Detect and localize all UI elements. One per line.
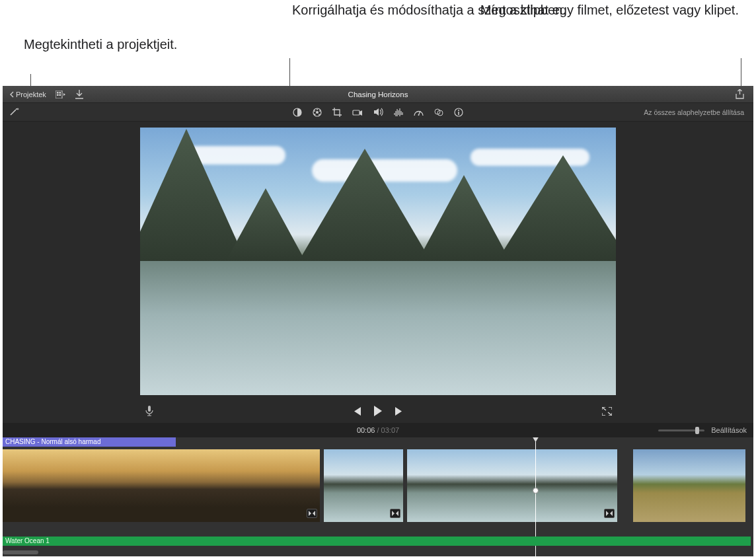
viewer-area [3, 122, 753, 423]
svg-rect-3 [57, 94, 59, 96]
projects-back-button[interactable]: Projektek [9, 91, 46, 98]
top-toolbar: Projektek Chasing Horizons [3, 86, 753, 103]
title-clip[interactable]: CHASING - Normál alsó harmad [3, 437, 176, 447]
svg-point-8 [316, 111, 319, 114]
transition-icon[interactable] [390, 509, 400, 518]
speed-icon[interactable] [414, 108, 424, 116]
video-clip-1[interactable] [3, 449, 320, 522]
svg-rect-0 [56, 91, 62, 98]
transition-icon[interactable] [604, 509, 615, 518]
chevron-left-icon [9, 91, 14, 98]
video-clip-3[interactable] [407, 449, 617, 522]
callout-share: Megoszthat egy filmet, előzetest vagy kl… [480, 1, 739, 19]
callout-projects: Megtekintheti a projektjeit. [24, 36, 177, 53]
transition-icon[interactable] [307, 509, 317, 518]
zoom-knob[interactable] [695, 427, 699, 434]
fullscreen-icon[interactable] [602, 407, 612, 416]
duration: 03:07 [381, 426, 400, 434]
horizontal-scrollbar[interactable] [3, 550, 38, 554]
voiceover-mic-icon[interactable] [145, 406, 153, 416]
volume-icon[interactable] [373, 108, 383, 116]
svg-rect-2 [59, 92, 61, 94]
playhead-handle-icon[interactable] [532, 437, 539, 442]
video-track [3, 449, 751, 522]
settings-button[interactable]: Beállítások [711, 426, 747, 434]
project-title: Chasing Horizons [348, 91, 408, 98]
transport-bar [3, 399, 753, 423]
svg-point-12 [315, 114, 316, 115]
adjust-toolbar: Az összes alaphelyzetbe állítása [3, 103, 753, 122]
svg-point-19 [458, 110, 459, 111]
crop-icon[interactable] [332, 108, 342, 117]
svg-rect-1 [57, 92, 59, 94]
svg-point-13 [314, 110, 315, 112]
svg-rect-20 [458, 112, 459, 115]
video-preview[interactable] [140, 128, 616, 395]
play-icon[interactable] [373, 406, 383, 416]
reset-all-button[interactable]: Az összes alaphelyzetbe állítása [644, 108, 753, 116]
info-icon[interactable] [454, 108, 463, 117]
skip-forward-icon[interactable] [395, 407, 404, 416]
playhead-scrub-knob[interactable] [533, 488, 539, 494]
share-icon[interactable] [736, 89, 744, 99]
svg-point-11 [319, 114, 320, 115]
timeline[interactable]: CHASING - Normál alsó harmad [3, 437, 753, 556]
skip-back-icon[interactable] [352, 407, 361, 416]
svg-point-9 [317, 108, 318, 110]
clip-filter-icon[interactable] [434, 108, 443, 117]
callout-share-text: Megoszthat egy filmet, előzetest vagy kl… [480, 3, 739, 17]
video-clip-2[interactable] [324, 449, 403, 522]
audio-clip[interactable]: Water Ocean 1 [3, 537, 751, 546]
annotation-callouts: Megtekintheti a projektjeit. Korrigálhat… [0, 0, 756, 86]
projects-label: Projektek [16, 91, 46, 98]
import-icon[interactable] [75, 90, 83, 99]
stabilize-icon[interactable] [352, 108, 363, 116]
svg-rect-21 [148, 406, 151, 412]
viewer-frame [3, 122, 753, 399]
svg-point-10 [319, 110, 321, 112]
time-separator: / [375, 426, 381, 434]
enhance-wand-icon[interactable] [9, 107, 20, 116]
zoom-slider[interactable] [658, 429, 704, 431]
time-display: 00:06 / 03:07 [357, 426, 399, 434]
callout-projects-text: Megtekintheti a projektjeit. [24, 37, 177, 52]
current-time: 00:06 [357, 426, 375, 434]
svg-rect-4 [59, 94, 61, 96]
noise-reduction-icon[interactable] [394, 108, 403, 116]
color-balance-icon[interactable] [293, 108, 302, 117]
video-clip-4[interactable] [633, 449, 745, 522]
media-browser-icon[interactable] [56, 91, 66, 98]
time-bar: 00:06 / 03:07 Beállítások [3, 423, 753, 437]
imovie-window: Projektek Chasing Horizons [3, 86, 753, 556]
color-wheel-icon[interactable] [313, 108, 322, 117]
svg-rect-14 [353, 110, 359, 115]
svg-point-15 [418, 114, 420, 116]
